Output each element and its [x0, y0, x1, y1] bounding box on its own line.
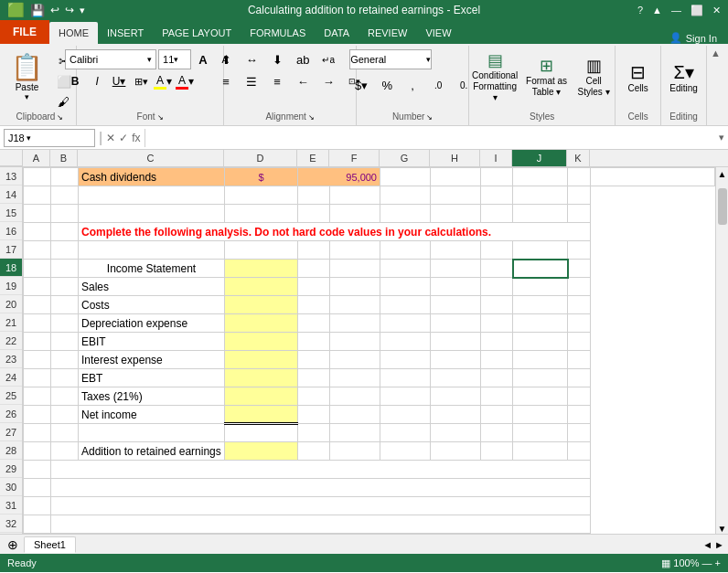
cell-i15[interactable] [481, 205, 513, 223]
redo-icon[interactable]: ↪ [65, 4, 74, 16]
cell-g14[interactable] [380, 186, 431, 205]
cell-j21[interactable] [513, 314, 568, 333]
cell-g27[interactable] [380, 424, 431, 442]
cell-e23[interactable] [298, 351, 330, 369]
help-icon[interactable]: ? [637, 5, 643, 16]
cell-f20[interactable] [330, 296, 380, 314]
cell-f24[interactable] [330, 369, 380, 387]
cell-rest-29[interactable] [51, 461, 591, 479]
cell-g18[interactable] [380, 260, 431, 278]
cell-h27[interactable] [431, 424, 481, 442]
comma-button[interactable]: , [401, 75, 424, 95]
cell-k25[interactable] [568, 387, 591, 406]
name-box[interactable]: J18 ▾ [4, 129, 95, 147]
paste-dropdown-icon[interactable]: ▾ [25, 92, 29, 101]
cell-d26[interactable] [225, 406, 298, 424]
cell-f23[interactable] [330, 351, 380, 369]
cell-g21[interactable] [380, 314, 431, 333]
row-num-29[interactable]: 29 [0, 460, 22, 478]
cell-b20[interactable] [51, 296, 79, 314]
align-center-button[interactable]: ☰ [240, 71, 263, 91]
row-num-16[interactable]: 16 [0, 222, 22, 240]
cell-k26[interactable] [568, 406, 591, 424]
cell-k24[interactable] [568, 369, 591, 387]
cell-h22[interactable] [431, 333, 481, 351]
col-header-e[interactable]: E [297, 150, 329, 166]
underline-button[interactable]: U▾ [109, 71, 129, 91]
cell-b13[interactable] [51, 168, 79, 186]
cell-j22[interactable] [513, 333, 568, 351]
cell-j28[interactable] [513, 442, 568, 461]
cell-a26[interactable] [24, 406, 51, 424]
cell-e21[interactable] [298, 314, 330, 333]
cell-g25[interactable] [380, 387, 431, 406]
number-format-box[interactable]: General ▾ [349, 49, 432, 69]
cell-j25[interactable] [513, 387, 568, 406]
row-num-19[interactable]: 19 [0, 277, 22, 295]
cell-j17[interactable] [513, 241, 568, 260]
align-middle-button[interactable]: ↔ [240, 49, 263, 69]
cell-e26[interactable] [298, 406, 330, 424]
cell-a20[interactable] [24, 296, 51, 314]
row-num-26[interactable]: 26 [0, 405, 22, 423]
cell-f21[interactable] [330, 314, 380, 333]
border-button[interactable]: ⊞▾ [131, 71, 151, 91]
conditional-formatting-button[interactable]: ▤ ConditionalFormatting ▾ [470, 49, 520, 104]
font-expand-icon[interactable]: ↘ [157, 113, 164, 122]
cell-d22[interactable] [225, 333, 298, 351]
cell-d21[interactable] [225, 314, 298, 333]
sheet-tab-sheet1[interactable]: Sheet1 [24, 536, 76, 553]
cell-g15[interactable] [380, 205, 431, 223]
row-num-28[interactable]: 28 [0, 441, 22, 460]
ribbon-collapse-icon[interactable]: ▲ [652, 5, 662, 16]
cell-g24[interactable] [380, 369, 431, 387]
cell-e19[interactable] [298, 278, 330, 296]
cell-b18[interactable] [51, 260, 79, 278]
row-num-17[interactable]: 17 [0, 240, 22, 259]
cell-e20[interactable] [298, 296, 330, 314]
cell-a13[interactable] [24, 168, 51, 186]
cell-j27[interactable] [513, 424, 568, 442]
cell-i23[interactable] [481, 351, 513, 369]
col-header-d[interactable]: D [224, 150, 297, 166]
row-num-31[interactable]: 31 [0, 496, 22, 515]
cell-h20[interactable] [431, 296, 481, 314]
cell-i17[interactable] [481, 241, 513, 260]
row-num-13[interactable]: 13 [0, 167, 22, 186]
cell-a24[interactable] [24, 369, 51, 387]
cell-b15[interactable] [51, 205, 79, 223]
cell-i24[interactable] [481, 369, 513, 387]
cell-b26[interactable] [51, 406, 79, 424]
row-num-20[interactable]: 20 [0, 295, 22, 313]
col-header-j[interactable]: J [512, 150, 567, 166]
cell-b25[interactable] [51, 387, 79, 406]
cell-g23[interactable] [380, 351, 431, 369]
cell-b17[interactable] [51, 241, 79, 260]
cell-a30[interactable] [24, 479, 51, 497]
cell-b22[interactable] [51, 333, 79, 351]
cell-g17[interactable] [380, 241, 431, 260]
cell-k17[interactable] [568, 241, 591, 260]
cell-d14[interactable] [225, 186, 298, 205]
cell-e17[interactable] [298, 241, 330, 260]
customize-icon[interactable]: ▾ [80, 5, 85, 16]
decrease-indent-button[interactable]: ← [291, 71, 315, 91]
number-expand-icon[interactable]: ↘ [426, 113, 433, 122]
align-bottom-button[interactable]: ⬇ [265, 49, 289, 69]
cell-g13[interactable] [431, 168, 481, 186]
cell-e18[interactable] [298, 260, 330, 278]
col-header-a[interactable]: A [23, 150, 50, 166]
cell-i22[interactable] [481, 333, 513, 351]
cell-f28[interactable] [330, 442, 380, 461]
col-header-i[interactable]: I [480, 150, 512, 166]
row-num-32[interactable]: 32 [0, 515, 22, 533]
cell-e24[interactable] [298, 369, 330, 387]
cell-styles-button[interactable]: ▥ CellStyles ▾ [573, 49, 615, 104]
row-num-27[interactable]: 27 [0, 423, 22, 441]
cell-h21[interactable] [431, 314, 481, 333]
cell-h18[interactable] [431, 260, 481, 278]
cell-rest-32[interactable] [51, 515, 591, 534]
cell-d13[interactable]: $ [225, 168, 298, 186]
cell-k27[interactable] [568, 424, 591, 442]
increase-font-button[interactable]: A [193, 49, 213, 69]
